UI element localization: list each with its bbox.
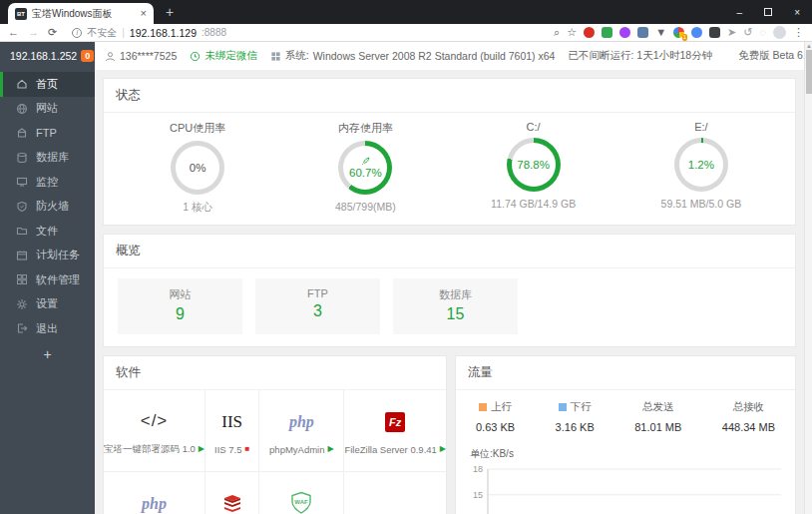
disk-e-gauge[interactable]: E:/ 1.2% 59.51 MB/5.0 GB (626, 121, 776, 215)
chrome-menu-icon[interactable]: ⋮ (793, 27, 804, 38)
status-card: 状态 CPU使用率 0% 1 核心 内存使用率 (103, 78, 796, 226)
database-icon (16, 152, 28, 164)
svg-text:15: 15 (473, 490, 483, 500)
disk-c-gauge[interactable]: C:/ 78.8% 11.74 GB/14.9 GB (459, 121, 609, 215)
svg-text:18: 18 (473, 464, 483, 474)
scrollbar-thumb[interactable] (806, 50, 812, 94)
sidebar-item-database[interactable]: 数据库 (0, 146, 95, 171)
extension-icon[interactable] (584, 27, 595, 38)
extension-icon[interactable]: ◌ (759, 27, 766, 38)
sidebar-add-button[interactable]: + (0, 346, 95, 362)
extension-icon[interactable] (637, 27, 648, 38)
chart-unit-label: 单位:KB/s (470, 447, 795, 461)
memory-gauge[interactable]: 内存使用率 60.7% 485/799(MB) (290, 121, 440, 215)
overview-ftp[interactable]: FTP 3 (255, 278, 380, 334)
software-item-deploy[interactable]: </> 宝塔一键部署源码 1.0▶ (104, 390, 205, 472)
software-item-phpmyadmin[interactable]: php phpMyAdmin▶ (259, 390, 344, 472)
extension-icon[interactable] (619, 27, 630, 38)
bookmark-star-icon[interactable]: ☆ (567, 27, 577, 38)
overview-databases[interactable]: 数据库 15 (393, 278, 518, 334)
software-card-title: 软件 (104, 356, 446, 390)
address-bar[interactable]: i 不安全 | 192.168.1.129 :8888 (66, 26, 545, 40)
software-item-empty (344, 472, 446, 514)
server-ip: 192.168.1.252 (10, 50, 77, 62)
grid-icon (16, 273, 28, 285)
software-card: 软件 </> 宝塔一键部署源码 1.0▶ IIS IIS 7.5■ php ph… (103, 355, 447, 514)
back-icon[interactable]: ← (8, 27, 19, 38)
system-label: 系统: (285, 49, 309, 63)
extension-icon[interactable] (709, 27, 720, 38)
traffic-down: 下行 3.16 KB (556, 400, 595, 433)
sidebar-item-settings[interactable]: 设置 (0, 292, 95, 317)
window-close-button[interactable]: × (794, 7, 800, 18)
profile-avatar[interactable] (773, 26, 786, 39)
system-value: Windows Server 2008 R2 Standard (build 7… (313, 50, 556, 62)
version-info: 免费版 Beta 6.0.0 [找Bug奖宝塔币] (738, 49, 812, 63)
overview-websites[interactable]: 网站 9 (118, 278, 242, 334)
new-tab-button[interactable]: + (166, 5, 174, 19)
sidebar-item-software[interactable]: 软件管理 (0, 267, 95, 292)
message-count-badge[interactable]: 0 (81, 50, 94, 62)
sidebar-item-files[interactable]: 文件 (0, 219, 95, 244)
browser-toolbar: ← → ⟳ i 不安全 | 192.168.1.129 :8888 ⌕ ☆ ▼ … (0, 24, 812, 42)
sidebar-item-firewall[interactable]: 防火墙 (0, 195, 95, 220)
php-icon: php (289, 413, 314, 431)
software-item-iis[interactable]: IIS IIS 7.5■ (205, 390, 259, 472)
site-favicon: BT (15, 8, 27, 20)
redis-icon (221, 494, 243, 514)
user-account[interactable]: 136****7525 (105, 50, 177, 62)
reload-icon[interactable]: ⟳ (48, 27, 57, 38)
waf-shield-icon: WAF (290, 491, 312, 514)
iis-icon: IIS (221, 412, 242, 432)
svg-text:WAF: WAF (295, 499, 309, 505)
php-icon: php (142, 495, 167, 513)
overview-card-title: 概览 (104, 235, 795, 268)
cpu-ring: 0% (171, 141, 224, 195)
boost-rocket-icon[interactable] (361, 157, 370, 166)
gear-icon (16, 298, 28, 310)
main-content: 状态 CPU使用率 0% 1 核心 内存使用率 (95, 70, 804, 514)
status-card-title: 状态 (104, 79, 795, 113)
search-icon[interactable]: ⌕ (554, 27, 560, 38)
extension-icon[interactable]: 1 (673, 27, 684, 38)
traffic-card-title: 流量 (456, 356, 795, 390)
scroll-up-icon[interactable]: ▲ (806, 43, 812, 49)
wechat-bind-link[interactable]: 未绑定微信 (190, 49, 257, 63)
traffic-total-received: 总接收 448.34 MB (722, 400, 775, 433)
browser-tabstrip: BT 宝塔Windows面板 × + – × (0, 0, 812, 24)
tab-title: 宝塔Windows面板 (32, 7, 136, 21)
window-maximize-button[interactable] (764, 8, 772, 16)
tab-close-icon[interactable]: × (141, 8, 147, 19)
software-item-php52[interactable]: php PHP-5.2▶ (104, 472, 205, 514)
sidebar-item-logout[interactable]: 退出 (0, 316, 95, 341)
user-icon (105, 51, 116, 62)
server-ip-box[interactable]: 192.168.1.252 0 (0, 42, 95, 70)
status-indicator: ■ (244, 445, 249, 453)
history-extension-icon[interactable]: ↺ (743, 27, 752, 38)
browser-tab[interactable]: BT 宝塔Windows面板 × (8, 3, 154, 24)
code-icon: </> (141, 411, 169, 431)
send-extension-icon[interactable]: ➤ (727, 27, 736, 38)
status-indicator: ▶ (440, 445, 446, 453)
overview-card: 概览 网站 9 FTP 3 数据库 15 (103, 234, 796, 347)
cpu-gauge[interactable]: CPU使用率 0% 1 核心 (123, 121, 272, 215)
extension-icon[interactable] (602, 27, 612, 38)
sidebar-item-home[interactable]: 首页 (0, 72, 95, 97)
sidebar-item-monitor[interactable]: 监控 (0, 170, 95, 195)
window-minimize-button[interactable]: – (737, 7, 743, 18)
calendar-icon (16, 250, 28, 261)
filter-extension-icon[interactable]: ▼ (655, 27, 666, 38)
extension-icon[interactable] (691, 27, 702, 38)
info-icon[interactable]: i (72, 28, 82, 38)
page-scrollbar[interactable]: ▲ (804, 42, 812, 514)
sidebar-item-cron[interactable]: 计划任务 (0, 244, 95, 268)
logout-icon (16, 322, 28, 334)
filezilla-icon: Fz (385, 412, 405, 432)
software-item-redis[interactable]: redis 1.0▶ (205, 472, 259, 514)
software-item-filezilla[interactable]: Fz FileZilla Server 0.9.41▶ (344, 390, 446, 472)
sidebar-item-ftp[interactable]: FTP (0, 121, 95, 146)
url-host: 192.168.1.129 (130, 27, 197, 39)
software-item-waf[interactable]: WAF 宝塔IIS防火墙 1.0▶ (259, 472, 344, 514)
forward-icon[interactable]: → (28, 27, 39, 38)
sidebar-item-website[interactable]: 网站 (0, 97, 95, 122)
